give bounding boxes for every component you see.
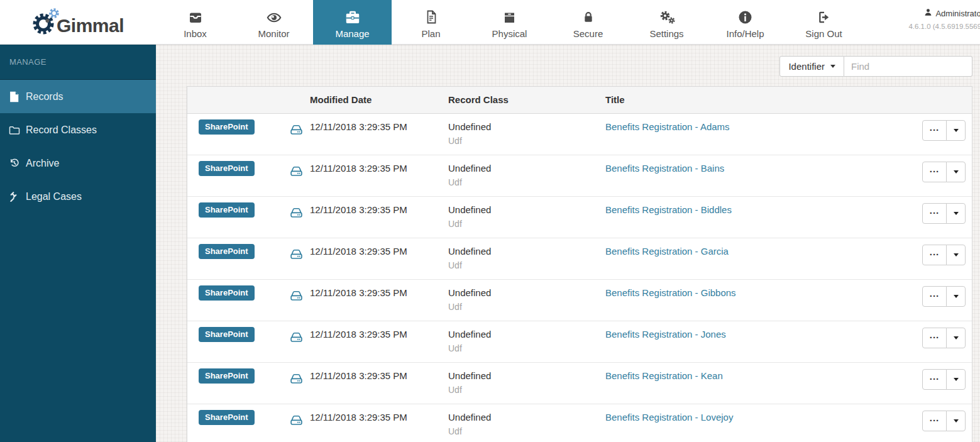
sidebar-item-archive[interactable]: Archive: [0, 146, 156, 180]
tab-secure[interactable]: Secure: [549, 0, 627, 45]
sharepoint-badge: SharePoint: [199, 327, 255, 342]
caret-down-icon: [954, 378, 959, 381]
user-name: Administrator: [935, 9, 980, 18]
lock-icon: [581, 8, 595, 25]
main-content: Identifier Modified Date Record Class Ti…: [156, 45, 980, 442]
modified-date-cell: 12/11/2018 3:29:35 PM: [310, 329, 407, 340]
tab-plan[interactable]: Plan: [392, 0, 470, 45]
record-title-link[interactable]: Benefits Registration - Gibbons: [605, 287, 736, 298]
table-row: SharePoint 12/11/2018 3:29:35 PM Undefin…: [187, 363, 972, 404]
column-header-record-class: Record Class: [448, 94, 509, 105]
tab-sign-out[interactable]: Sign Out: [785, 0, 863, 45]
table-row: SharePoint 12/11/2018 3:29:35 PM Undefin…: [187, 280, 972, 321]
user-info: Administrator 4.6.1.0 (4.5.6919.5569): [908, 8, 980, 30]
sharepoint-badge: SharePoint: [199, 410, 255, 425]
column-header-modified-date: Modified Date: [310, 94, 372, 105]
record-title-link[interactable]: Benefits Registration - Garcia: [605, 246, 729, 257]
person-icon: [924, 8, 932, 18]
tab-manage[interactable]: Manage: [313, 0, 392, 45]
table-header: Modified Date Record Class Title: [187, 87, 972, 114]
tab-label: Plan: [421, 28, 440, 39]
row-dropdown-button[interactable]: [946, 286, 966, 307]
sidebar-item-legal-cases[interactable]: Legal Cases: [0, 180, 156, 213]
row-dropdown-button[interactable]: [946, 203, 966, 224]
tab-settings[interactable]: Settings: [627, 0, 706, 45]
row-actions: ...: [922, 203, 966, 224]
main-nav-tabs: Inbox Monitor Manage Plan: [156, 0, 863, 45]
logo-text: Gimmal: [57, 15, 124, 36]
more-actions-button[interactable]: ...: [922, 245, 947, 265]
folder-icon: [8, 125, 20, 135]
history-icon: [8, 158, 20, 169]
tab-inbox[interactable]: Inbox: [156, 0, 234, 45]
record-title-link[interactable]: Benefits Registration - Adams: [605, 121, 730, 132]
tab-label: Manage: [335, 28, 369, 39]
record-class-code-cell: Udf: [448, 426, 462, 436]
hdd-icon: [289, 206, 304, 221]
caret-down-icon: [954, 212, 959, 215]
table-row: SharePoint 12/11/2018 3:29:35 PM Undefin…: [187, 114, 972, 155]
modified-date-cell: 12/11/2018 3:29:35 PM: [310, 204, 407, 215]
record-class-cell: Undefined: [448, 246, 491, 257]
tab-label: Secure: [573, 28, 603, 39]
tab-label: Monitor: [258, 28, 289, 39]
gimmal-logo: Gimmal: [0, 0, 156, 45]
sharepoint-badge: SharePoint: [199, 244, 255, 259]
more-actions-button[interactable]: ...: [922, 286, 947, 307]
row-dropdown-button[interactable]: [946, 328, 966, 348]
row-dropdown-button[interactable]: [946, 369, 966, 390]
caret-down-icon: [954, 419, 959, 423]
sidebar-item-label: Archive: [26, 158, 59, 169]
identifier-filter-dropdown[interactable]: Identifier: [779, 56, 844, 77]
record-title-link[interactable]: Benefits Registration - Kean: [605, 370, 723, 381]
user-row: Administrator: [908, 8, 980, 18]
more-actions-button[interactable]: ...: [922, 120, 947, 141]
find-input[interactable]: [844, 56, 972, 77]
tab-monitor[interactable]: Monitor: [234, 0, 313, 45]
tab-info-help[interactable]: Info/Help: [706, 0, 785, 45]
gavel-icon: [8, 191, 20, 202]
record-class-cell: Undefined: [448, 204, 491, 215]
sidebar-item-record-classes[interactable]: Record Classes: [0, 113, 156, 146]
row-actions: ...: [922, 162, 966, 182]
more-actions-button[interactable]: ...: [922, 369, 947, 390]
table-row: SharePoint 12/11/2018 3:29:35 PM Undefin…: [187, 321, 972, 363]
row-dropdown-button[interactable]: [946, 162, 966, 182]
document-icon: [424, 8, 439, 25]
sidebar-item-records[interactable]: Records: [0, 80, 156, 113]
record-class-code-cell: Udf: [448, 136, 462, 146]
table-row: SharePoint 12/11/2018 3:29:35 PM Undefin…: [187, 155, 972, 197]
record-title-link[interactable]: Benefits Registration - Biddles: [605, 204, 732, 215]
caret-down-icon: [954, 295, 959, 298]
record-title-link[interactable]: Benefits Registration - Lovejoy: [605, 412, 733, 423]
caret-down-icon: [954, 253, 959, 257]
row-actions: ...: [922, 411, 966, 431]
filter-label: Identifier: [788, 61, 825, 72]
top-navbar: Gimmal Inbox Monitor Manage: [0, 0, 980, 45]
row-dropdown-button[interactable]: [946, 120, 966, 141]
modified-date-cell: 12/11/2018 3:29:35 PM: [310, 287, 407, 298]
more-actions-button[interactable]: ...: [922, 162, 947, 182]
record-class-cell: Undefined: [448, 287, 491, 298]
tab-label: Sign Out: [805, 28, 842, 39]
record-title-link[interactable]: Benefits Registration - Bains: [605, 163, 724, 174]
more-actions-button[interactable]: ...: [922, 203, 947, 224]
sidebar-item-label: Records: [26, 91, 63, 102]
record-class-code-cell: Udf: [448, 177, 462, 187]
more-actions-button[interactable]: ...: [922, 411, 947, 431]
hdd-icon: [289, 123, 304, 138]
table-row: SharePoint 12/11/2018 3:29:35 PM Undefin…: [187, 238, 972, 280]
row-dropdown-button[interactable]: [946, 245, 966, 265]
modified-date-cell: 12/11/2018 3:29:35 PM: [310, 370, 407, 381]
file-icon: [8, 91, 20, 102]
sidebar-section-label: MANAGE: [0, 45, 156, 80]
tab-label: Physical: [492, 28, 527, 39]
row-dropdown-button[interactable]: [946, 411, 966, 431]
record-title-link[interactable]: Benefits Registration - Jones: [605, 329, 726, 340]
record-class-code-cell: Udf: [448, 343, 462, 353]
archive-box-icon: [502, 8, 517, 25]
tab-physical[interactable]: Physical: [470, 0, 549, 45]
sidebar-item-label: Record Classes: [26, 124, 97, 136]
hdd-icon: [289, 164, 304, 180]
more-actions-button[interactable]: ...: [922, 328, 947, 348]
